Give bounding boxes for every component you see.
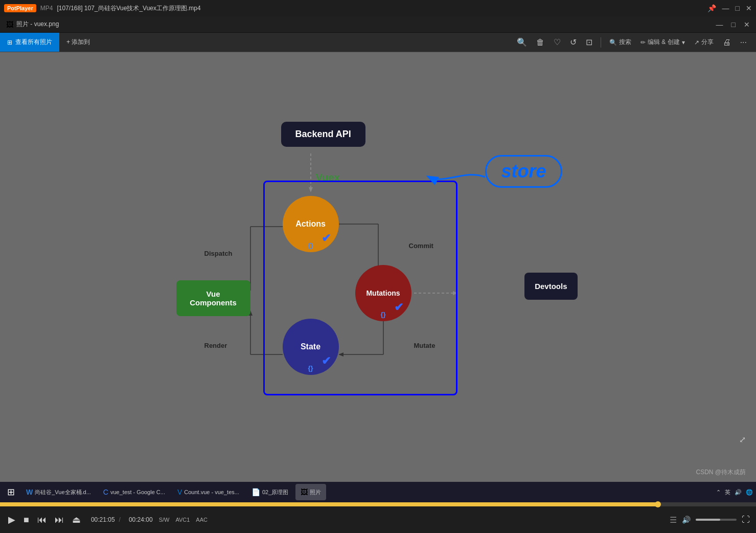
taskbar-item-folder[interactable]: 📄 02_原理图 [246, 484, 293, 500]
share-button[interactable]: ↗ 分享 [691, 36, 717, 49]
notification-icon[interactable]: ⌃ [716, 489, 721, 496]
actions-checkmark: ✔ [322, 232, 331, 245]
time-separator: / [119, 516, 121, 523]
photo-window-controls: — □ ✕ [716, 20, 750, 29]
search-button[interactable]: 🔍 搜索 [606, 36, 634, 49]
fullscreen-icon[interactable]: ⛶ [742, 515, 750, 524]
photos-icon: 🖼 [301, 488, 308, 496]
pin-icon[interactable]: 📌 [707, 4, 716, 12]
photo-viewer-title-bar: 🖼 照片 - vuex.png — □ ✕ [0, 16, 756, 33]
progress-bar[interactable] [0, 502, 756, 506]
crop-icon[interactable]: ⊡ [583, 35, 595, 49]
video-title: [107/168] 107_尚硅谷Vue技术_Vuex工作原理图.mp4 [57, 4, 200, 13]
potplayer-title-bar: PotPlayer MP4 [107/168] 107_尚硅谷Vue技术_Vue… [0, 0, 756, 16]
maximize-button[interactable]: □ [736, 4, 740, 12]
search-icon: 🔍 [609, 39, 617, 46]
render-label: Render [204, 342, 227, 349]
view-all-photos-button[interactable]: ⊞ 查看所有照片 [0, 33, 59, 52]
vue-components-label: Vue Components [190, 290, 237, 307]
commit-label: Commit [409, 242, 433, 250]
playlist-icon[interactable]: ☰ [670, 515, 677, 525]
photo-icon: 🖼 [6, 20, 13, 29]
edit-create-button[interactable]: ✏ 编辑 & 创建 ▾ [637, 36, 688, 49]
potplayer-logo: PotPlayer [4, 4, 36, 12]
view-all-label: 查看所有照片 [15, 38, 52, 47]
taskbar-item-chrome[interactable]: C vue_test - Google C... [98, 484, 170, 500]
share-icon: ↗ [694, 39, 699, 46]
folder-item-label: 02_原理图 [262, 488, 288, 496]
current-time: 00:21:05 [91, 516, 115, 523]
speaker-icon[interactable]: 🔊 [735, 489, 742, 496]
photo-grid-icon: ⊞ [7, 39, 12, 46]
eject-button[interactable]: ⏏ [70, 512, 83, 527]
store-arrow-svg [424, 164, 490, 190]
devtools-box: Devtools [524, 273, 577, 300]
folder-icon: 📄 [251, 488, 260, 496]
more-options-icon[interactable]: ··· [737, 36, 750, 49]
next-button[interactable]: ⏭ [53, 513, 66, 527]
devtools-label: Devtools [535, 282, 567, 291]
chrome-icon: C [103, 488, 108, 496]
expand-icon[interactable]: ⤢ [739, 435, 746, 445]
language-indicator[interactable]: 英 [725, 488, 730, 496]
taskbar-system-tray: ⌃ 英 🔊 🌐 [716, 488, 753, 496]
photo-minimize-button[interactable]: — [716, 20, 723, 29]
vscode-item-label: Count.vue - vue_tes... [184, 489, 239, 495]
search-label: 搜索 [619, 38, 631, 47]
mutations-bracket: {} [380, 310, 385, 318]
word-item-label: 尚硅谷_Vue全家桶.d... [35, 488, 91, 496]
actions-label: Actions [295, 219, 326, 229]
state-checkmark: ✔ [322, 354, 331, 368]
total-time: 00:24:00 [129, 516, 153, 523]
store-bubble: store [485, 155, 562, 188]
volume-slider[interactable] [696, 519, 737, 521]
prev-button[interactable]: ⏮ [35, 513, 49, 527]
progress-dot [655, 501, 661, 507]
right-controls: ☰ 🔊 ⛶ [670, 515, 750, 525]
taskbar-item-vscode[interactable]: V Count.vue - vue_tes... [172, 484, 244, 500]
edit-label: 编辑 & 创建 [648, 38, 680, 47]
stop-button[interactable]: ■ [21, 513, 31, 527]
player-controls: ▶ ■ ⏮ ⏭ ⏏ 00:21:05 / 00:24:00 S/W AVC1 A… [0, 502, 756, 533]
backend-api-label: Backend API [295, 129, 351, 139]
play-button[interactable]: ▶ [6, 512, 17, 527]
minimize-button[interactable]: — [722, 4, 729, 12]
window-controls: 📌 — □ ✕ [707, 4, 752, 12]
progress-fill [0, 502, 658, 506]
start-button[interactable]: ⊞ [3, 486, 19, 498]
mutations-label: Mutations [366, 289, 400, 297]
network-icon[interactable]: 🌐 [746, 489, 753, 496]
delete-icon[interactable]: 🗑 [533, 36, 547, 49]
backend-api-box: Backend API [281, 122, 365, 147]
format-avc1: AVC1 [175, 517, 190, 523]
vue-components-box: Vue Components [176, 280, 250, 316]
mutations-checkmark: ✔ [394, 301, 403, 314]
photos-item-label: 照片 [310, 488, 321, 496]
rotate-icon[interactable]: ↺ [567, 35, 580, 49]
photo-close-button[interactable]: ✕ [744, 20, 750, 29]
taskbar-item-word[interactable]: W 尚硅谷_Vue全家桶.d... [21, 484, 96, 500]
edit-icon: ✏ [640, 39, 646, 46]
zoom-in-icon[interactable]: 🔍 [514, 35, 530, 49]
photo-maximize-button[interactable]: □ [731, 20, 736, 29]
main-content-area: Backend API Vuex store A [0, 52, 756, 498]
favorite-icon[interactable]: ♡ [551, 35, 564, 49]
state-label: State [301, 342, 320, 351]
photo-title: 照片 - vuex.png [16, 20, 59, 29]
speaker-ctrl-icon[interactable]: 🔊 [682, 516, 691, 524]
toolbar-right-actions: 🔍 🗑 ♡ ↺ ⊡ 🔍 搜索 ✏ 编辑 & 创建 ▾ ↗ 分享 🖨 ··· [508, 33, 756, 52]
chevron-down-icon: ▾ [682, 39, 685, 46]
add-to-button[interactable]: + 添加到 [59, 33, 97, 52]
taskbar: ⊞ W 尚硅谷_Vue全家桶.d... C vue_test - Google … [0, 482, 756, 502]
vscode-icon: V [177, 488, 182, 496]
close-button[interactable]: ✕ [746, 4, 752, 12]
print-icon[interactable]: 🖨 [720, 36, 734, 49]
taskbar-item-photos[interactable]: 🖼 照片 [295, 484, 326, 500]
controls-row: ▶ ■ ⏮ ⏭ ⏏ 00:21:05 / 00:24:00 S/W AVC1 A… [0, 506, 756, 533]
store-annotation: store [485, 155, 562, 188]
word-icon: W [26, 488, 33, 496]
volume-fill [696, 519, 720, 521]
store-label: store [501, 161, 546, 182]
mutate-label: Mutate [414, 342, 436, 349]
mutations-circle: Mutations ✔ {} [355, 265, 411, 321]
